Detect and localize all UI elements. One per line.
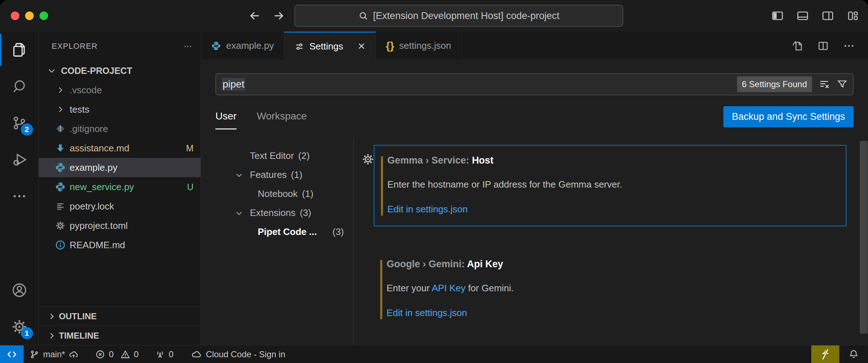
activity-search-button[interactable] — [0, 68, 39, 105]
split-editor-icon[interactable] — [817, 40, 829, 52]
toggle-panel-icon[interactable] — [796, 9, 809, 22]
manage-settings-button[interactable]: 1 — [0, 308, 39, 345]
remote-indicator[interactable] — [0, 345, 24, 363]
branch-icon — [29, 349, 39, 359]
filter-settings-icon[interactable] — [836, 79, 848, 90]
scope-tab-user[interactable]: User — [215, 110, 237, 129]
edit-in-settings-json-link[interactable]: Edit in settings.json — [387, 204, 835, 215]
arrow-left-icon — [248, 9, 262, 23]
tab-settings[interactable]: Settings ✕ — [284, 32, 376, 60]
activity-explorer-button[interactable] — [0, 32, 39, 68]
file-label: .gitignore — [70, 123, 108, 135]
modified-indicator — [381, 156, 383, 216]
tree-item-new-service-py[interactable]: new_service.py U — [39, 177, 201, 197]
settings-search-input[interactable]: pipet 6 Settings Found — [215, 73, 854, 95]
tree-item-poetry-lock[interactable]: poetry.lock — [39, 197, 201, 216]
toc-count: (1) — [291, 169, 303, 180]
root-folder-label: CODE-PROJECT — [61, 66, 132, 76]
toc-notebook[interactable]: Notebook (1) — [201, 184, 353, 203]
maximize-window-button[interactable] — [39, 11, 48, 20]
command-center-search[interactable]: [Extension Development Host] code-projec… — [294, 5, 623, 27]
outline-section-header[interactable]: OUTLINE — [39, 306, 201, 326]
cloud-code-label: Cloud Code - Sign in — [206, 349, 285, 359]
timeline-section-header[interactable]: TIMELINE — [39, 326, 201, 345]
settings-sliders-icon — [294, 42, 304, 52]
tab-example-py[interactable]: example.py — [201, 32, 284, 60]
file-label: README.md — [70, 240, 125, 251]
activity-run-debug-button[interactable] — [0, 141, 39, 178]
settings-scrollbar[interactable] — [860, 141, 868, 334]
tab-label: settings.json — [399, 40, 451, 51]
tree-item-example-py[interactable]: example.py — [39, 158, 201, 177]
setting-google-gemini-text-model[interactable]: Google › Gemini: Text Model — [374, 335, 846, 345]
tab-settings-json[interactable]: {} settings.json — [376, 32, 462, 60]
sparkle-slash-icon — [819, 348, 831, 360]
toc-label: Notebook — [258, 188, 298, 199]
title-bar: [Extension Development Host] code-projec… — [0, 0, 868, 32]
setting-gemma-service-host[interactable]: Gemma › Service: Host Enter the hostname… — [374, 145, 846, 226]
editor-tab-bar: example.py Settings ✕ {} settings.json — [201, 32, 868, 60]
editor-area: example.py Settings ✕ {} settings.json — [201, 32, 868, 345]
toc-label: Features — [250, 169, 287, 180]
navigate-back-button[interactable] — [248, 9, 262, 23]
explorer-title: EXPLORER — [52, 42, 98, 51]
toc-extensions[interactable]: Extensions (3) — [201, 203, 353, 222]
toc-features[interactable]: Features (1) — [201, 165, 353, 184]
folder-label: .vscode — [70, 85, 102, 96]
toggle-primary-sidebar-icon[interactable] — [771, 9, 784, 22]
navigate-forward-button[interactable] — [271, 9, 286, 23]
close-tab-icon[interactable]: ✕ — [358, 41, 365, 52]
ports-status[interactable]: 0 — [149, 345, 179, 363]
git-branch-status[interactable]: main* — [24, 345, 84, 363]
backup-sync-settings-button[interactable]: Backup and Sync Settings — [723, 106, 854, 127]
api-key-link[interactable]: API Key — [432, 283, 466, 293]
tree-item-assistance-md[interactable]: assistance.md M — [39, 138, 201, 158]
python-icon — [211, 41, 221, 51]
inline-suggestions-disabled-status[interactable] — [811, 345, 839, 363]
python-icon — [53, 182, 67, 192]
chevron-right-icon — [53, 105, 67, 114]
more-actions-icon[interactable] — [843, 40, 855, 52]
publish-icon — [69, 349, 79, 359]
explorer-more-actions-button[interactable]: ⋯ — [184, 42, 192, 51]
customize-layout-icon[interactable] — [846, 9, 859, 22]
toggle-secondary-sidebar-icon[interactable] — [821, 9, 834, 22]
broadcast-count: 0 — [169, 349, 173, 359]
toc-count: (1) — [302, 188, 313, 199]
setting-gear-icon[interactable] — [361, 153, 374, 167]
notifications-bell-button[interactable] — [839, 345, 868, 363]
close-window-button[interactable] — [11, 11, 19, 20]
setting-google-gemini-api-key[interactable]: Google › Gemini: Api Key Enter your API … — [374, 249, 846, 329]
section-label: OUTLINE — [59, 311, 97, 321]
clear-settings-search-icon[interactable] — [818, 79, 830, 90]
tree-item-pyproject-toml[interactable]: pyproject.toml — [39, 216, 201, 235]
activity-more-button[interactable] — [0, 178, 39, 214]
tree-item-gitignore[interactable]: .gitignore — [39, 119, 201, 138]
info-icon — [53, 240, 67, 250]
minimize-window-button[interactable] — [25, 11, 34, 20]
toc-text-editor[interactable]: Text Editor (2) — [201, 146, 353, 165]
chevron-right-icon — [53, 86, 67, 94]
cloud-icon — [191, 349, 202, 360]
window-title: [Extension Development Host] code-projec… — [373, 10, 559, 22]
tree-item-vscode[interactable]: .vscode — [39, 80, 201, 100]
toc-pipet-code[interactable]: Pipet Code ... (3) — [201, 222, 353, 241]
activity-source-control-button[interactable]: 2 — [0, 105, 39, 141]
tree-item-readme-md[interactable]: README.md — [39, 235, 201, 255]
problems-status[interactable]: 0 0 — [89, 345, 144, 363]
scope-tab-workspace[interactable]: Workspace — [257, 110, 307, 128]
accounts-button[interactable] — [0, 272, 39, 308]
open-settings-json-icon[interactable] — [791, 40, 803, 52]
account-icon — [11, 282, 28, 298]
toc-count: (3) — [300, 207, 311, 218]
tree-item-tests[interactable]: tests — [39, 100, 201, 119]
tree-root-code-project[interactable]: CODE-PROJECT — [39, 61, 201, 80]
cloud-code-status[interactable]: Cloud Code - Sign in — [186, 345, 291, 363]
settings-found-badge: 6 Settings Found — [737, 76, 812, 92]
edit-in-settings-json-link[interactable]: Edit in settings.json — [387, 307, 836, 319]
toc-count: (3) — [332, 226, 344, 237]
file-label: new_service.py — [70, 182, 134, 193]
git-status-badge: U — [187, 182, 193, 192]
setting-description: Enter your API Key for Gemini. — [387, 283, 836, 294]
bell-icon — [848, 349, 859, 360]
